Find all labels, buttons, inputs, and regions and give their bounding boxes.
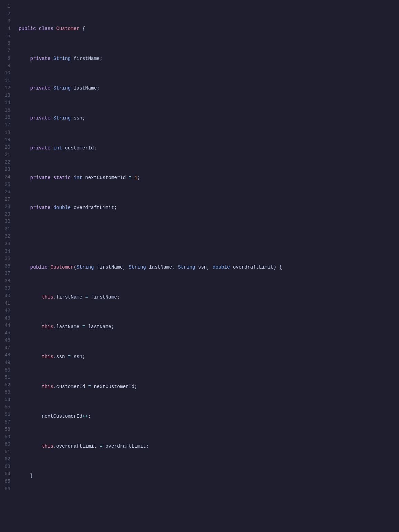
line-num-37: 37 <box>1 270 10 278</box>
code-line-15: this.overdraftLimit = overdraftLimit; <box>19 443 393 450</box>
line-num-57: 57 <box>1 419 10 426</box>
line-num-48: 48 <box>1 352 10 359</box>
line-num-60: 60 <box>1 441 10 448</box>
line-num-27: 27 <box>1 196 10 204</box>
line-num-6: 6 <box>1 40 10 48</box>
line-num-47: 47 <box>1 344 10 352</box>
line-num-43: 43 <box>1 315 10 322</box>
line-num-13: 13 <box>1 92 10 100</box>
line-num-25: 25 <box>1 181 10 189</box>
line-num-10: 10 <box>1 70 10 77</box>
line-num-26: 26 <box>1 188 10 196</box>
code-line-11: this.lastName = lastName; <box>19 323 393 331</box>
line-num-52: 52 <box>1 382 10 389</box>
code-line-8 <box>19 234 393 241</box>
line-num-2: 2 <box>1 10 10 18</box>
code-body[interactable]: public class Customer { private String f… <box>13 3 399 532</box>
line-num-65: 65 <box>1 478 10 486</box>
line-num-36: 36 <box>1 263 10 270</box>
line-num-1: 1 <box>1 3 10 10</box>
line-num-8: 8 <box>1 55 10 62</box>
line-num-32: 32 <box>1 233 10 240</box>
line-num-16: 16 <box>1 114 10 122</box>
line-num-33: 33 <box>1 240 10 248</box>
line-num-66: 66 <box>1 486 10 493</box>
line-num-23: 23 <box>1 166 10 174</box>
line-num-20: 20 <box>1 144 10 152</box>
line-num-44: 44 <box>1 322 10 330</box>
line-num-51: 51 <box>1 374 10 382</box>
code-line-7: private double overdraftLimit; <box>19 204 393 212</box>
line-num-38: 38 <box>1 278 10 285</box>
code-line-6: private static int nextCustomerId = 1; <box>19 174 393 182</box>
line-num-34: 34 <box>1 248 10 255</box>
line-num-46: 46 <box>1 337 10 344</box>
line-num-7: 7 <box>1 47 10 55</box>
line-num-35: 35 <box>1 255 10 263</box>
code-line-1: public class Customer { <box>19 25 393 33</box>
code-line-9: public Customer(String firstName, String… <box>19 264 393 271</box>
line-num-19: 19 <box>1 136 10 144</box>
line-num-24: 24 <box>1 174 10 181</box>
line-num-56: 56 <box>1 411 10 419</box>
code-line-16: } <box>19 472 393 480</box>
line-num-18: 18 <box>1 129 10 137</box>
code-line-12: this.ssn = ssn; <box>19 353 393 361</box>
line-num-50: 50 <box>1 367 10 374</box>
line-num-4: 4 <box>1 25 10 33</box>
code-editor: 1 2 3 4 5 6 7 8 9 10 11 12 13 14 15 16 1… <box>0 0 399 532</box>
line-num-41: 41 <box>1 300 10 307</box>
line-num-45: 45 <box>1 330 10 337</box>
line-num-53: 53 <box>1 389 10 396</box>
line-num-63: 63 <box>1 463 10 471</box>
line-num-39: 39 <box>1 285 10 292</box>
line-num-49: 49 <box>1 359 10 367</box>
code-line-5: private int customerId; <box>19 145 393 152</box>
line-num-28: 28 <box>1 203 10 211</box>
line-num-12: 12 <box>1 84 10 92</box>
line-num-61: 61 <box>1 448 10 456</box>
line-num-59: 59 <box>1 434 10 441</box>
line-num-64: 64 <box>1 470 10 478</box>
code-line-2: private String firstName; <box>19 55 393 63</box>
line-num-15: 15 <box>1 107 10 114</box>
line-numbers: 1 2 3 4 5 6 7 8 9 10 11 12 13 14 15 16 1… <box>0 3 13 532</box>
code-line-4: private String ssn; <box>19 115 393 122</box>
line-num-31: 31 <box>1 226 10 233</box>
line-num-21: 21 <box>1 151 10 159</box>
line-num-42: 42 <box>1 307 10 315</box>
line-num-30: 30 <box>1 218 10 226</box>
line-num-17: 17 <box>1 122 10 129</box>
line-num-62: 62 <box>1 456 10 463</box>
line-num-14: 14 <box>1 99 10 107</box>
code-line-17 <box>19 502 393 510</box>
line-num-55: 55 <box>1 404 10 411</box>
line-num-11: 11 <box>1 77 10 85</box>
line-num-29: 29 <box>1 211 10 218</box>
line-num-3: 3 <box>1 18 10 25</box>
code-line-13: this.customerId = nextCustomerId; <box>19 383 393 391</box>
line-num-54: 54 <box>1 396 10 404</box>
line-num-9: 9 <box>1 62 10 70</box>
code-line-14: nextCustomerId++; <box>19 413 393 420</box>
code-line-10: this.firstName = firstName; <box>19 294 393 301</box>
line-num-5: 5 <box>1 32 10 40</box>
code-line-3: private String lastName; <box>19 85 393 92</box>
line-num-58: 58 <box>1 426 10 434</box>
line-num-22: 22 <box>1 159 10 166</box>
line-num-40: 40 <box>1 292 10 300</box>
